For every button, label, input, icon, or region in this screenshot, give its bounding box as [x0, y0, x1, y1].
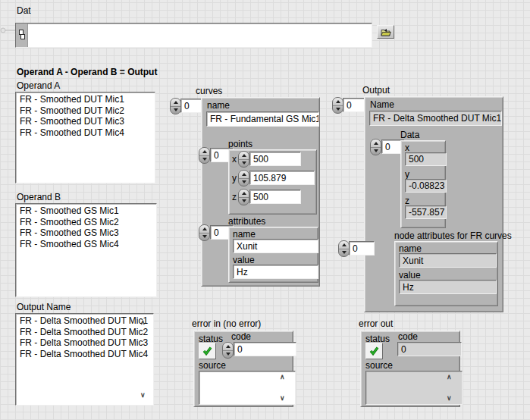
list-item[interactable]: FR - Smoothed DUT Mic2 [16, 105, 155, 117]
node-attributes-label: node attributes for FR curves [394, 231, 512, 241]
operand-b-label: Operand B [17, 193, 61, 202]
data-index-spinner[interactable] [370, 139, 381, 155]
attributes-label: attributes [228, 217, 265, 227]
point-z-spinner[interactable] [238, 189, 249, 205]
data-z-field: -557.857 [405, 205, 447, 219]
data-y-field: -0.08823 [405, 179, 447, 193]
point-y-field[interactable]: 105.879 [249, 171, 315, 185]
path-type-glyph [16, 24, 28, 47]
error-out-code-field: 0 [397, 342, 462, 356]
decrement-icon[interactable] [199, 155, 209, 163]
error-out-code-label: code [398, 332, 418, 342]
list-item[interactable]: FR - Smoothed GS Mic4 [16, 239, 156, 250]
point-x-label: x [232, 155, 237, 165]
decrement-icon[interactable] [199, 233, 209, 240]
list-item[interactable]: FR - Smoothed GS Mic2 [16, 217, 156, 228]
operand-a-label: Operand A [17, 81, 60, 91]
decrement-icon[interactable] [333, 105, 343, 113]
points-index-spinner[interactable] [199, 147, 210, 164]
list-item[interactable]: FR - Smoothed DUT Mic1 [16, 94, 155, 105]
checkmark-icon [202, 346, 212, 356]
browse-button[interactable] [377, 25, 394, 39]
wire-decoration [0, 26, 17, 35]
decrement-icon[interactable] [239, 159, 249, 167]
point-y-spinner[interactable] [238, 170, 249, 186]
scroll-down-icon[interactable]: ∨ [447, 395, 528, 402]
path-input[interactable] [15, 23, 372, 48]
node-attributes-index-spinner[interactable] [338, 240, 350, 257]
decrement-icon[interactable] [339, 249, 349, 256]
error-out-status-indicator [365, 343, 383, 359]
list-item[interactable]: FR - Delta Smoothed DUT Mic3 [16, 337, 153, 349]
error-in-code-label: code [231, 332, 251, 342]
attribute-name-field[interactable]: Xunit [233, 239, 318, 253]
data-x-field: 500 [405, 152, 447, 166]
operand-b-listbox[interactable]: FR - Smoothed GS Mic1FR - Smoothed GS Mi… [15, 203, 157, 297]
error-out-label: error out [359, 319, 393, 329]
decrement-icon[interactable] [239, 178, 249, 186]
curves-label: curves [196, 86, 222, 96]
checkmark-icon [369, 346, 379, 356]
scroll-up-icon[interactable]: ∧ [447, 374, 528, 381]
list-item[interactable]: FR - Delta Smoothed DUT Mic4 [16, 349, 153, 360]
node-attributes-index-value[interactable]: 0 [349, 241, 375, 255]
operand-a-listbox[interactable]: FR - Smoothed DUT Mic1FR - Smoothed DUT … [15, 92, 155, 183]
point-z-field[interactable]: 500 [249, 190, 301, 204]
output-label: Output [362, 86, 390, 96]
point-x-spinner[interactable] [238, 151, 249, 168]
error-in-label: error in (no error) [192, 319, 261, 329]
labview-front-panel: { "window": { "background": "#eaeaea", "… [0, 0, 530, 420]
point-x-field[interactable]: 500 [249, 152, 301, 166]
curves-index-spinner[interactable] [170, 98, 181, 114]
curve-name-label: name [207, 101, 230, 111]
path-control-label: Dat [17, 6, 31, 16]
attribute-value-field[interactable]: Hz [233, 265, 318, 279]
list-item[interactable]: FR - Delta Smoothed DUT Mic1 [16, 315, 153, 327]
error-in-status-button[interactable] [199, 343, 216, 359]
point-z-label: z [232, 193, 237, 202]
point-y-label: y [232, 174, 237, 183]
output-curve-name-field: FR - Delta Smoothed DUT Mic1 [369, 111, 502, 126]
output-name-field-label: Name [370, 100, 394, 110]
equation-heading: Operand A - Operand B = Output [17, 67, 157, 77]
node-attribute-value-field: Hz [399, 280, 497, 294]
curve-name-field[interactable]: FR - Fundamental GS Mic1 [206, 111, 319, 127]
output-name-label: Output Name [17, 302, 71, 312]
decrement-icon[interactable] [171, 106, 180, 114]
list-item[interactable]: FR - Smoothed DUT Mic3 [16, 116, 155, 127]
decrement-icon[interactable] [371, 147, 381, 155]
decrement-icon[interactable] [223, 350, 233, 358]
list-item[interactable]: FR - Smoothed GS Mic1 [16, 205, 156, 217]
list-item[interactable]: FR - Delta Smoothed DUT Mic2 [16, 327, 153, 338]
list-item[interactable]: FR - Smoothed GS Mic3 [16, 227, 156, 239]
output-index-spinner[interactable] [332, 97, 343, 114]
decrement-icon[interactable] [239, 197, 249, 205]
error-in-code-spinner[interactable] [222, 342, 234, 359]
error-in-source-label: source [199, 361, 226, 371]
node-attribute-name-field: Xunit [399, 253, 497, 268]
error-in-code-field[interactable]: 0 [234, 342, 296, 356]
list-item[interactable]: FR - Smoothed DUT Mic4 [16, 127, 155, 139]
output-name-listbox[interactable]: FR - Delta Smoothed DUT Mic1FR - Delta S… [15, 313, 154, 406]
error-out-source-label: source [365, 361, 393, 371]
folder-open-icon [381, 28, 391, 36]
attributes-index-spinner[interactable] [199, 224, 210, 241]
